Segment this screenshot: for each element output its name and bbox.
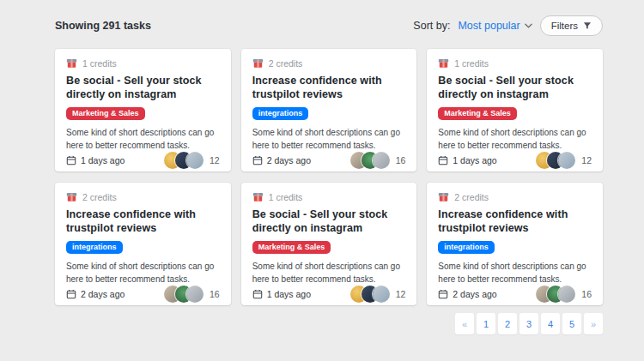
participant-count: 12 bbox=[396, 289, 406, 299]
gift-icon bbox=[252, 191, 264, 202]
sort-dropdown[interactable]: Most popular bbox=[458, 20, 532, 32]
category-badge[interactable]: integrations bbox=[66, 241, 123, 254]
category-badge[interactable]: Marketing & Sales bbox=[252, 241, 331, 254]
credits-row: 1 credits bbox=[438, 57, 592, 69]
date-label: 2 days ago bbox=[267, 155, 311, 165]
avatar bbox=[558, 152, 575, 169]
task-grid: 1 credits Be social - Sell your stock di… bbox=[55, 49, 603, 305]
filters-button-label: Filters bbox=[551, 21, 578, 31]
card-footer: 1 days ago 12 bbox=[252, 286, 406, 303]
task-title: Increase confidence with trustpilot revi… bbox=[438, 208, 592, 236]
task-title: Increase confidence with trustpilot revi… bbox=[252, 74, 406, 102]
date-label: 1 days ago bbox=[453, 155, 496, 165]
avatar-group: 16 bbox=[350, 152, 406, 169]
credits-row: 2 credits bbox=[66, 191, 220, 202]
task-description: Some kind of short descriptions can go h… bbox=[66, 260, 220, 286]
gift-icon bbox=[438, 57, 449, 69]
topbar: Showing 291 tasks Sort by: Most popular … bbox=[55, 15, 603, 36]
task-card[interactable]: 1 credits Be social - Sell your stock di… bbox=[55, 49, 231, 171]
avatar-group: 16 bbox=[164, 286, 220, 303]
calendar-icon bbox=[438, 289, 448, 299]
page-button[interactable]: 4 bbox=[541, 313, 560, 334]
category-badge[interactable]: Marketing & Sales bbox=[438, 107, 517, 120]
gift-icon bbox=[252, 57, 264, 69]
filters-button[interactable]: Filters bbox=[540, 15, 603, 36]
page-button[interactable]: 2 bbox=[498, 313, 517, 334]
credits-row: 1 credits bbox=[252, 191, 406, 202]
next-page-button[interactable]: » bbox=[584, 313, 603, 334]
page-button[interactable]: 1 bbox=[477, 313, 495, 334]
task-title: Increase confidence with trustpilot revi… bbox=[66, 208, 220, 236]
date-label: 2 days ago bbox=[81, 289, 125, 299]
credits-label: 1 credits bbox=[454, 58, 489, 69]
task-description: Some kind of short descriptions can go h… bbox=[252, 260, 406, 286]
gift-icon bbox=[438, 191, 449, 202]
avatar-group: 16 bbox=[536, 286, 592, 303]
participant-count: 12 bbox=[210, 155, 220, 165]
chevron-down-icon bbox=[525, 23, 532, 28]
category-badge[interactable]: integrations bbox=[252, 107, 309, 120]
date-label: 2 days ago bbox=[453, 289, 496, 299]
sort-selected-value: Most popular bbox=[458, 20, 519, 32]
gift-icon bbox=[66, 57, 77, 69]
task-card[interactable]: 2 credits Increase confidence with trust… bbox=[241, 49, 417, 171]
task-title: Be social - Sell your stock directly on … bbox=[252, 208, 406, 236]
page-button[interactable]: 5 bbox=[562, 313, 581, 334]
task-title: Be social - Sell your stock directly on … bbox=[438, 74, 592, 102]
pagination: «12345» bbox=[55, 313, 603, 334]
date-row: 1 days ago bbox=[66, 155, 125, 165]
calendar-icon bbox=[66, 289, 76, 299]
calendar-icon bbox=[252, 289, 263, 299]
date-label: 1 days ago bbox=[267, 289, 311, 299]
filter-funnel-icon bbox=[583, 21, 592, 30]
credits-label: 1 credits bbox=[269, 192, 303, 202]
date-row: 1 days ago bbox=[252, 289, 311, 299]
card-footer: 2 days ago 16 bbox=[252, 152, 406, 169]
avatar-group: 12 bbox=[164, 152, 220, 169]
credits-label: 2 credits bbox=[82, 192, 117, 202]
card-footer: 2 days ago 16 bbox=[66, 286, 220, 303]
page-button[interactable]: 3 bbox=[519, 313, 538, 334]
task-card[interactable]: 2 credits Increase confidence with trust… bbox=[427, 183, 603, 305]
avatar bbox=[186, 286, 204, 303]
avatar bbox=[186, 152, 204, 169]
calendar-icon bbox=[438, 155, 448, 165]
task-title: Be social - Sell your stock directly on … bbox=[66, 74, 220, 102]
card-footer: 1 days ago 12 bbox=[438, 152, 592, 169]
date-row: 1 days ago bbox=[438, 155, 496, 165]
task-description: Some kind of short descriptions can go h… bbox=[66, 126, 220, 152]
card-footer: 1 days ago 12 bbox=[66, 152, 220, 169]
credits-label: 2 credits bbox=[454, 192, 489, 202]
date-label: 1 days ago bbox=[81, 155, 125, 165]
participant-count: 16 bbox=[210, 289, 220, 299]
task-description: Some kind of short descriptions can go h… bbox=[252, 126, 406, 152]
task-description: Some kind of short descriptions can go h… bbox=[438, 260, 592, 286]
category-badge[interactable]: Marketing & Sales bbox=[66, 107, 145, 120]
tasks-count-label: Showing 291 tasks bbox=[55, 20, 151, 32]
participant-count: 16 bbox=[396, 155, 406, 165]
calendar-icon bbox=[66, 155, 76, 165]
card-footer: 2 days ago 16 bbox=[438, 286, 592, 303]
sort-by-label: Sort by: bbox=[413, 20, 450, 32]
date-row: 2 days ago bbox=[66, 289, 125, 299]
task-card[interactable]: 2 credits Increase confidence with trust… bbox=[55, 183, 231, 305]
task-card[interactable]: 1 credits Be social - Sell your stock di… bbox=[241, 183, 417, 305]
prev-page-button[interactable]: « bbox=[455, 313, 474, 334]
participant-count: 12 bbox=[581, 155, 592, 165]
avatar bbox=[558, 286, 575, 303]
credits-label: 1 credits bbox=[82, 58, 117, 69]
gift-icon bbox=[66, 191, 77, 202]
avatar bbox=[373, 286, 390, 303]
date-row: 2 days ago bbox=[252, 155, 311, 165]
credits-row: 2 credits bbox=[438, 191, 592, 202]
date-row: 2 days ago bbox=[438, 289, 496, 299]
topbar-controls: Sort by: Most popular Filters bbox=[413, 15, 603, 36]
task-description: Some kind of short descriptions can go h… bbox=[438, 126, 592, 152]
participant-count: 16 bbox=[581, 289, 592, 299]
avatar bbox=[373, 152, 390, 169]
avatar-group: 12 bbox=[536, 152, 592, 169]
category-badge[interactable]: integrations bbox=[438, 241, 495, 254]
task-card[interactable]: 1 credits Be social - Sell your stock di… bbox=[427, 49, 603, 171]
credits-label: 2 credits bbox=[269, 58, 303, 69]
credits-row: 1 credits bbox=[66, 57, 220, 69]
